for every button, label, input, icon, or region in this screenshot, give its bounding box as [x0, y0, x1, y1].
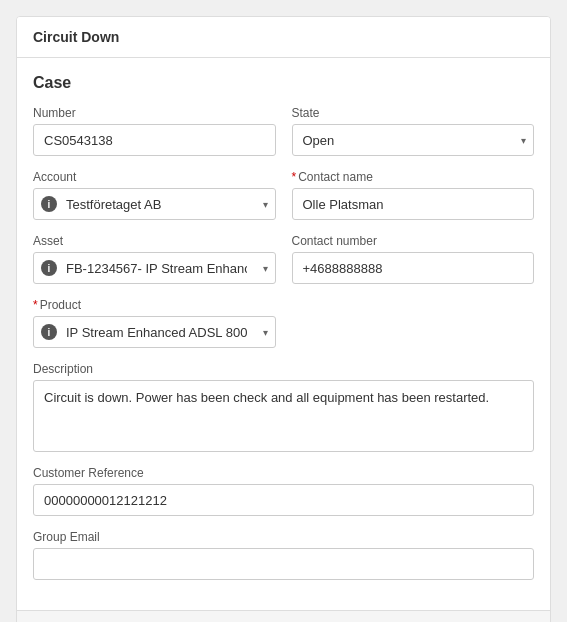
select-asset[interactable]: FB-1234567- IP Stream Enhanced A...: [33, 252, 276, 284]
row-product: *Product i IP Stream Enhanced ADSL 8000,…: [33, 298, 534, 348]
group-product: *Product i IP Stream Enhanced ADSL 8000,…: [33, 298, 276, 348]
label-state: State: [292, 106, 535, 120]
label-contact-number: Contact number: [292, 234, 535, 248]
card-header: Circuit Down: [17, 17, 550, 58]
label-account: Account: [33, 170, 276, 184]
contact-name-required: *: [292, 170, 297, 184]
group-contact-number: Contact number: [292, 234, 535, 284]
row-customer-ref: Customer Reference: [33, 466, 534, 516]
main-card: Circuit Down Case Number State Open Clos…: [16, 16, 551, 622]
card-footer: Breach Time 2020-02-18 08:36:25: [17, 610, 550, 622]
row-group-email: Group Email: [33, 530, 534, 580]
label-customer-ref: Customer Reference: [33, 466, 534, 480]
account-info-icon[interactable]: i: [41, 196, 57, 212]
asset-input-wrapper: i FB-1234567- IP Stream Enhanced A... ▾: [33, 252, 276, 284]
textarea-description[interactable]: Circuit is down. Power has been check an…: [33, 380, 534, 452]
group-contact-name: *Contact name: [292, 170, 535, 220]
input-customer-ref[interactable]: [33, 484, 534, 516]
label-group-email: Group Email: [33, 530, 534, 544]
label-description: Description: [33, 362, 534, 376]
row-number-state: Number State Open Closed In Progress ▾: [33, 106, 534, 156]
select-product[interactable]: IP Stream Enhanced ADSL 8000, Full ...: [33, 316, 276, 348]
asset-info-icon[interactable]: i: [41, 260, 57, 276]
input-contact-number[interactable]: [292, 252, 535, 284]
group-number: Number: [33, 106, 276, 156]
section-title: Case: [33, 74, 534, 92]
row-description: Description Circuit is down. Power has b…: [33, 362, 534, 452]
label-asset: Asset: [33, 234, 276, 248]
product-input-wrapper: i IP Stream Enhanced ADSL 8000, Full ...…: [33, 316, 276, 348]
group-asset: Asset i FB-1234567- IP Stream Enhanced A…: [33, 234, 276, 284]
group-state: State Open Closed In Progress ▾: [292, 106, 535, 156]
label-number: Number: [33, 106, 276, 120]
select-account[interactable]: Testföretaget AB: [33, 188, 276, 220]
state-select-wrapper: Open Closed In Progress ▾: [292, 124, 535, 156]
card-title: Circuit Down: [33, 29, 119, 45]
group-account: Account i Testföretaget AB ▾: [33, 170, 276, 220]
select-state[interactable]: Open Closed In Progress: [292, 124, 535, 156]
input-contact-name[interactable]: [292, 188, 535, 220]
group-description: Description Circuit is down. Power has b…: [33, 362, 534, 452]
product-required: *: [33, 298, 38, 312]
row-asset-contact-number: Asset i FB-1234567- IP Stream Enhanced A…: [33, 234, 534, 284]
row-account-contact: Account i Testföretaget AB ▾ *Contact na…: [33, 170, 534, 220]
product-info-icon[interactable]: i: [41, 324, 57, 340]
input-group-email[interactable]: [33, 548, 534, 580]
group-customer-ref: Customer Reference: [33, 466, 534, 516]
card-body: Case Number State Open Closed In Progres…: [17, 58, 550, 610]
label-product: *Product: [33, 298, 276, 312]
label-contact-name: *Contact name: [292, 170, 535, 184]
input-number[interactable]: [33, 124, 276, 156]
group-group-email: Group Email: [33, 530, 534, 580]
account-input-wrapper: i Testföretaget AB ▾: [33, 188, 276, 220]
